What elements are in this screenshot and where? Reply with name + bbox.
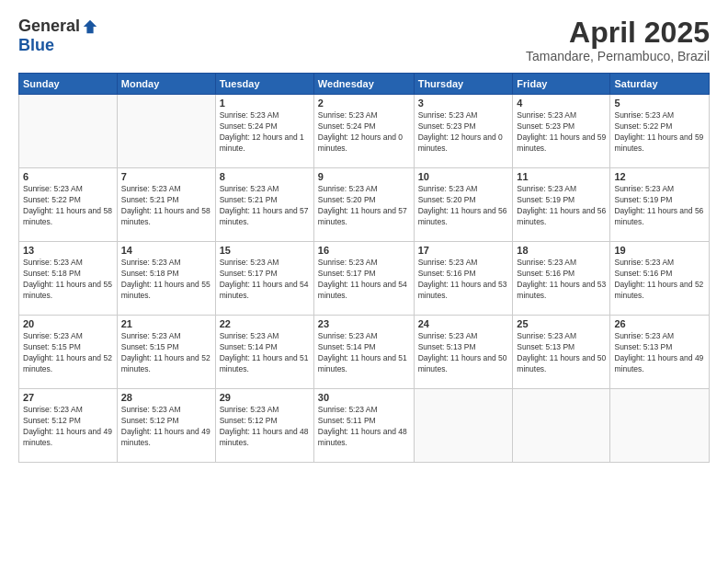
- table-row: 14Sunrise: 5:23 AMSunset: 5:18 PMDayligh…: [117, 242, 215, 316]
- table-row: 29Sunrise: 5:23 AMSunset: 5:12 PMDayligh…: [215, 389, 313, 463]
- day-info: Sunrise: 5:23 AMSunset: 5:12 PMDaylight:…: [23, 405, 113, 449]
- day-number: 18: [517, 245, 606, 256]
- day-info: Sunrise: 5:23 AMSunset: 5:16 PMDaylight:…: [517, 258, 606, 302]
- table-row: 8Sunrise: 5:23 AMSunset: 5:21 PMDaylight…: [215, 168, 313, 242]
- day-number: 5: [614, 98, 705, 109]
- table-row: 1Sunrise: 5:23 AMSunset: 5:24 PMDaylight…: [215, 95, 313, 168]
- table-row: 26Sunrise: 5:23 AMSunset: 5:13 PMDayligh…: [610, 316, 710, 389]
- table-row: 12Sunrise: 5:23 AMSunset: 5:19 PMDayligh…: [610, 168, 710, 242]
- day-number: 6: [23, 171, 113, 182]
- table-row: 21Sunrise: 5:23 AMSunset: 5:15 PMDayligh…: [117, 316, 215, 389]
- day-info: Sunrise: 5:23 AMSunset: 5:21 PMDaylight:…: [121, 184, 211, 228]
- day-info: Sunrise: 5:23 AMSunset: 5:11 PMDaylight:…: [318, 405, 410, 449]
- month-title: April 2025: [526, 17, 710, 49]
- header: General Blue April 2025 Tamandare, Perna…: [18, 17, 710, 63]
- day-info: Sunrise: 5:23 AMSunset: 5:20 PMDaylight:…: [418, 184, 509, 228]
- header-friday: Friday: [513, 74, 610, 95]
- table-row: 23Sunrise: 5:23 AMSunset: 5:14 PMDayligh…: [313, 316, 414, 389]
- table-row: 2Sunrise: 5:23 AMSunset: 5:24 PMDaylight…: [313, 95, 414, 168]
- day-number: 15: [220, 245, 310, 256]
- day-info: Sunrise: 5:23 AMSunset: 5:22 PMDaylight:…: [614, 110, 705, 155]
- day-info: Sunrise: 5:23 AMSunset: 5:23 PMDaylight:…: [418, 110, 509, 155]
- logo-general-text: General: [18, 17, 80, 36]
- table-row: 10Sunrise: 5:23 AMSunset: 5:20 PMDayligh…: [414, 168, 513, 242]
- table-row: 22Sunrise: 5:23 AMSunset: 5:14 PMDayligh…: [215, 316, 313, 389]
- table-row: 18Sunrise: 5:23 AMSunset: 5:16 PMDayligh…: [513, 242, 610, 316]
- day-number: 8: [220, 171, 310, 182]
- table-row: [610, 389, 710, 463]
- day-number: 2: [318, 98, 410, 109]
- header-saturday: Saturday: [610, 74, 710, 95]
- day-info: Sunrise: 5:23 AMSunset: 5:13 PMDaylight:…: [614, 331, 705, 375]
- day-info: Sunrise: 5:23 AMSunset: 5:14 PMDaylight:…: [220, 331, 310, 375]
- table-row: 16Sunrise: 5:23 AMSunset: 5:17 PMDayligh…: [313, 242, 414, 316]
- day-number: 12: [614, 171, 705, 182]
- day-number: 27: [23, 392, 113, 403]
- day-info: Sunrise: 5:23 AMSunset: 5:17 PMDaylight:…: [220, 258, 310, 302]
- table-row: 25Sunrise: 5:23 AMSunset: 5:13 PMDayligh…: [513, 316, 610, 389]
- table-row: 5Sunrise: 5:23 AMSunset: 5:22 PMDaylight…: [610, 95, 710, 168]
- day-info: Sunrise: 5:23 AMSunset: 5:17 PMDaylight:…: [318, 258, 410, 302]
- page: General Blue April 2025 Tamandare, Perna…: [0, 0, 728, 563]
- day-info: Sunrise: 5:23 AMSunset: 5:15 PMDaylight:…: [23, 331, 113, 375]
- table-row: [117, 95, 215, 168]
- day-info: Sunrise: 5:23 AMSunset: 5:18 PMDaylight:…: [121, 258, 211, 302]
- calendar-week-row: 6Sunrise: 5:23 AMSunset: 5:22 PMDaylight…: [19, 168, 710, 242]
- day-info: Sunrise: 5:23 AMSunset: 5:12 PMDaylight:…: [220, 405, 310, 449]
- day-info: Sunrise: 5:23 AMSunset: 5:13 PMDaylight:…: [517, 331, 606, 375]
- day-number: 19: [614, 245, 705, 256]
- day-number: 11: [517, 171, 606, 182]
- table-row: 11Sunrise: 5:23 AMSunset: 5:19 PMDayligh…: [513, 168, 610, 242]
- day-number: 29: [220, 392, 310, 403]
- day-number: 20: [23, 318, 113, 329]
- table-row: 7Sunrise: 5:23 AMSunset: 5:21 PMDaylight…: [117, 168, 215, 242]
- day-info: Sunrise: 5:23 AMSunset: 5:13 PMDaylight:…: [418, 331, 509, 375]
- day-number: 13: [23, 245, 113, 256]
- header-sunday: Sunday: [19, 74, 118, 95]
- day-info: Sunrise: 5:23 AMSunset: 5:22 PMDaylight:…: [23, 184, 113, 228]
- table-row: [19, 95, 118, 168]
- day-info: Sunrise: 5:23 AMSunset: 5:16 PMDaylight:…: [418, 258, 509, 302]
- day-number: 3: [418, 98, 509, 109]
- table-row: 9Sunrise: 5:23 AMSunset: 5:20 PMDaylight…: [313, 168, 414, 242]
- table-row: 20Sunrise: 5:23 AMSunset: 5:15 PMDayligh…: [19, 316, 118, 389]
- day-number: 25: [517, 318, 606, 329]
- day-info: Sunrise: 5:23 AMSunset: 5:19 PMDaylight:…: [614, 184, 705, 228]
- day-info: Sunrise: 5:23 AMSunset: 5:24 PMDaylight:…: [220, 110, 310, 155]
- day-info: Sunrise: 5:23 AMSunset: 5:20 PMDaylight:…: [318, 184, 410, 228]
- table-row: 28Sunrise: 5:23 AMSunset: 5:12 PMDayligh…: [117, 389, 215, 463]
- header-wednesday: Wednesday: [313, 74, 414, 95]
- day-number: 16: [318, 245, 410, 256]
- table-row: 27Sunrise: 5:23 AMSunset: 5:12 PMDayligh…: [19, 389, 118, 463]
- table-row: 15Sunrise: 5:23 AMSunset: 5:17 PMDayligh…: [215, 242, 313, 316]
- table-row: 24Sunrise: 5:23 AMSunset: 5:13 PMDayligh…: [414, 316, 513, 389]
- day-number: 9: [318, 171, 410, 182]
- calendar-week-row: 27Sunrise: 5:23 AMSunset: 5:12 PMDayligh…: [19, 389, 710, 463]
- table-row: 19Sunrise: 5:23 AMSunset: 5:16 PMDayligh…: [610, 242, 710, 316]
- calendar-week-row: 20Sunrise: 5:23 AMSunset: 5:15 PMDayligh…: [19, 316, 710, 389]
- title-section: April 2025 Tamandare, Pernambuco, Brazil: [526, 17, 710, 63]
- day-number: 1: [220, 98, 310, 109]
- header-thursday: Thursday: [414, 74, 513, 95]
- table-row: 3Sunrise: 5:23 AMSunset: 5:23 PMDaylight…: [414, 95, 513, 168]
- location-subtitle: Tamandare, Pernambuco, Brazil: [526, 49, 710, 63]
- day-number: 17: [418, 245, 509, 256]
- table-row: 13Sunrise: 5:23 AMSunset: 5:18 PMDayligh…: [19, 242, 118, 316]
- day-number: 28: [121, 392, 211, 403]
- calendar-week-row: 13Sunrise: 5:23 AMSunset: 5:18 PMDayligh…: [19, 242, 710, 316]
- day-number: 4: [517, 98, 606, 109]
- day-number: 26: [614, 318, 705, 329]
- day-number: 24: [418, 318, 509, 329]
- header-monday: Monday: [117, 74, 215, 95]
- day-number: 7: [121, 171, 211, 182]
- day-info: Sunrise: 5:23 AMSunset: 5:16 PMDaylight:…: [614, 258, 705, 302]
- calendar-table: Sunday Monday Tuesday Wednesday Thursday…: [18, 73, 710, 463]
- table-row: [513, 389, 610, 463]
- logo: General Blue: [18, 17, 98, 55]
- day-info: Sunrise: 5:23 AMSunset: 5:23 PMDaylight:…: [517, 110, 606, 155]
- day-info: Sunrise: 5:23 AMSunset: 5:14 PMDaylight:…: [318, 331, 410, 375]
- day-info: Sunrise: 5:23 AMSunset: 5:18 PMDaylight:…: [23, 258, 113, 302]
- weekday-header-row: Sunday Monday Tuesday Wednesday Thursday…: [19, 74, 710, 95]
- table-row: [414, 389, 513, 463]
- header-tuesday: Tuesday: [215, 74, 313, 95]
